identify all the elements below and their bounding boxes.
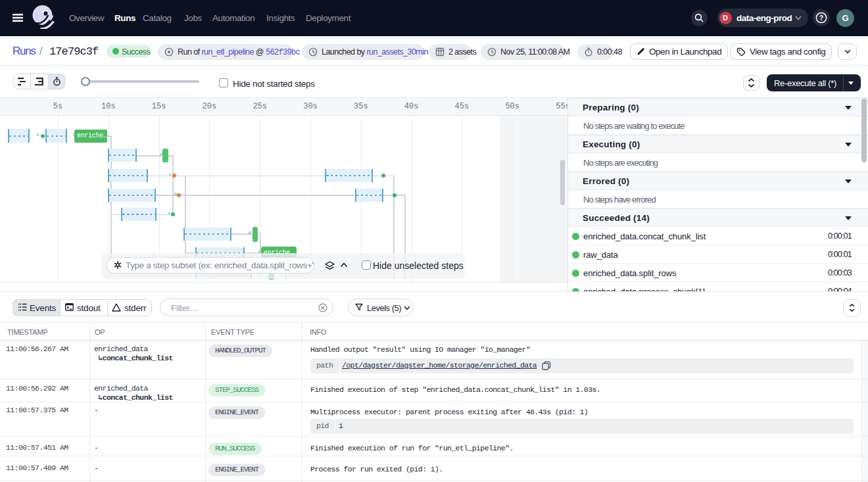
- svg-text:?: ?: [819, 14, 823, 22]
